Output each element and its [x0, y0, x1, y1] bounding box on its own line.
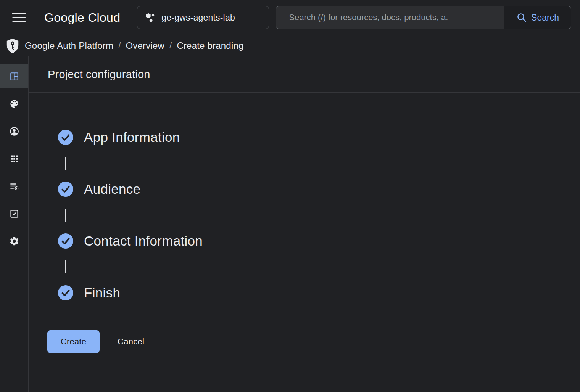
step-header-app-information[interactable]: App Information: [58, 130, 180, 145]
step-contact-information: Contact Information: [58, 233, 580, 273]
project-configuration-stepper: App Information Audience: [29, 93, 580, 300]
project-selector[interactable]: ge-gws-agents-lab: [137, 6, 269, 29]
page-header: Project configuration: [29, 56, 580, 93]
step-header-contact-information[interactable]: Contact Information: [58, 233, 203, 249]
breadcrumb-separator: /: [169, 41, 172, 51]
sidebar-item-branding[interactable]: [0, 92, 28, 116]
sidebar-item-data-access[interactable]: [0, 174, 28, 198]
cancel-button[interactable]: Cancel: [115, 336, 147, 347]
step-header-finish[interactable]: Finish: [58, 285, 120, 300]
project-name: ge-gws-agents-lab: [161, 13, 235, 23]
apps-grid-icon: [9, 154, 19, 164]
sidebar-item-settings[interactable]: [0, 229, 28, 253]
palette-icon: [9, 99, 19, 109]
sidebar-item-audience[interactable]: [0, 119, 28, 143]
search-button-label: Search: [531, 13, 559, 23]
breadcrumb-item-overview[interactable]: Overview: [126, 40, 164, 51]
step-header-audience[interactable]: Audience: [58, 182, 140, 197]
search-bar: Search: [276, 6, 571, 29]
main-panel: Project configuration App Information: [29, 56, 580, 392]
search-icon: [516, 12, 527, 23]
sidebar-item-verification[interactable]: [0, 201, 28, 226]
form-actions: Create Cancel: [47, 330, 580, 353]
main-menu-button[interactable]: [11, 9, 27, 26]
step-label: Contact Information: [84, 233, 203, 249]
auth-platform-shield-key-icon: [5, 38, 20, 54]
gear-icon: [9, 236, 19, 246]
breadcrumb-separator: /: [118, 41, 121, 51]
step-label: Finish: [84, 285, 120, 300]
step-connector-line: [65, 260, 66, 273]
step-completed-check-icon: [58, 285, 73, 300]
step-connector-line: [65, 157, 66, 170]
content-area: Project configuration App Information: [0, 56, 580, 392]
step-label: App Information: [84, 130, 180, 145]
step-audience: Audience: [58, 182, 580, 222]
create-button[interactable]: Create: [47, 330, 100, 353]
breadcrumb-bar: Google Auth Platform / Overview / Create…: [0, 35, 580, 56]
dashboard-grid-icon: [9, 71, 19, 82]
search-input[interactable]: [276, 6, 504, 29]
step-label: Audience: [84, 182, 140, 197]
search-button[interactable]: Search: [504, 6, 571, 29]
step-finish: Finish: [58, 285, 580, 300]
google-cloud-logo[interactable]: Google Cloud: [44, 11, 120, 25]
list-settings-icon: [9, 181, 19, 191]
page-title: Project configuration: [48, 68, 150, 81]
step-app-information: App Information: [58, 130, 580, 170]
step-completed-check-icon: [58, 182, 73, 197]
breadcrumb-item-create-branding: Create branding: [177, 40, 243, 51]
person-circle-icon: [9, 126, 19, 137]
checkbox-check-icon: [9, 209, 19, 219]
sidebar-item-overview[interactable]: [0, 64, 28, 88]
step-connector-line: [65, 209, 66, 222]
top-app-bar: Google Cloud ge-gws-agents-lab Search: [0, 0, 580, 35]
breadcrumb: Google Auth Platform / Overview / Create…: [25, 40, 244, 51]
step-completed-check-icon: [58, 130, 73, 145]
hamburger-icon: [12, 13, 26, 14]
step-completed-check-icon: [58, 233, 73, 249]
sidebar-item-clients[interactable]: [0, 146, 28, 171]
left-nav-sidebar: [0, 56, 29, 392]
project-icon: [144, 12, 156, 23]
breadcrumb-item-google-auth-platform[interactable]: Google Auth Platform: [25, 40, 113, 51]
